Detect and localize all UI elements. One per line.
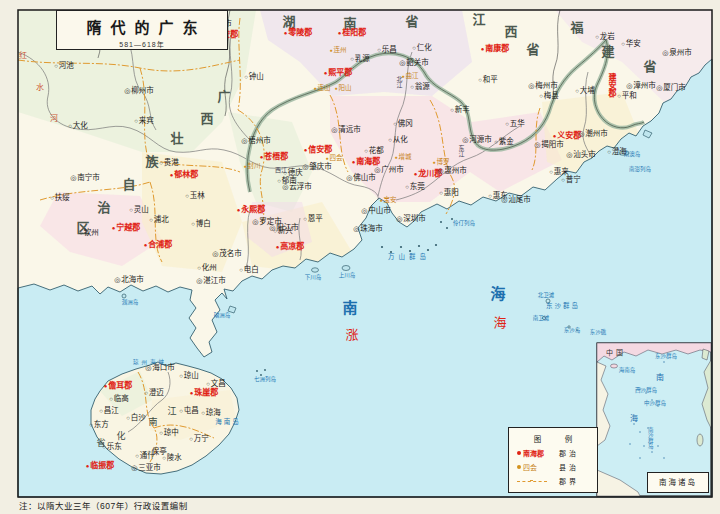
legend-label: 县治	[559, 462, 579, 472]
map-label: ●南康郡	[481, 45, 510, 53]
city-ring: ○	[561, 177, 565, 183]
city-ring: ◎	[566, 151, 572, 158]
map-label: ●信安郡	[304, 146, 333, 154]
map-label: ◎厦门市	[656, 84, 686, 92]
commandery-seat-dot: ●	[276, 244, 280, 250]
map-label: 东沙群岛	[546, 303, 580, 310]
map-label: ●儋耳郡	[104, 382, 133, 390]
map-label: 南	[148, 418, 157, 427]
map-label: ○贵港	[159, 159, 179, 167]
city-ring: ○	[159, 160, 163, 166]
city-ring: ○	[68, 123, 72, 129]
map-label: ●封川	[243, 163, 260, 170]
map-label: 海	[490, 287, 505, 302]
map-label: ●阳山	[334, 85, 351, 92]
city-ring: ○	[144, 390, 148, 396]
map-label: ◎清远市	[331, 126, 361, 134]
commandery-seat-symbol	[517, 451, 521, 455]
map-label: ●南海郡	[352, 158, 381, 166]
map-label: ○乳源	[350, 55, 370, 63]
map-label: ◎广州市	[374, 166, 404, 174]
city-ring: ○	[189, 436, 193, 442]
map-label: 东沙礁	[590, 330, 607, 336]
commandery-seat-dot: ●	[352, 159, 356, 165]
map-label: ○屯昌	[179, 407, 199, 415]
commandery-seat-dot: ●	[481, 46, 485, 52]
inset-title: 南海诸岛	[647, 472, 709, 493]
map-label: 江	[472, 13, 485, 26]
city-ring: ◎	[462, 136, 468, 143]
map-label: ○河池	[54, 62, 74, 70]
city-ring: ○	[575, 88, 579, 94]
map-label: ○惠阳	[439, 189, 459, 197]
map-label: ○佛冈	[393, 120, 413, 128]
city-ring: ○	[350, 56, 354, 62]
city-ring: ◎	[241, 137, 247, 144]
commandery-seat-dot: ●	[260, 154, 264, 160]
city-ring: ○	[79, 230, 83, 236]
map-label: 中沙群岛	[644, 401, 666, 407]
map-label: ●熙平郡	[324, 69, 353, 77]
city-ring: ○	[191, 221, 195, 227]
legend-title: 图 例	[517, 433, 597, 444]
boundary-line-symbol	[517, 481, 547, 482]
map-label: ◎漳州市	[626, 82, 656, 90]
city-ring: ○	[364, 148, 368, 154]
map-label: ◎三亚市	[131, 464, 161, 472]
map-label: ●永熙郡	[237, 206, 266, 214]
city-ring: ○	[50, 195, 54, 201]
city-ring: ○	[617, 93, 621, 99]
map-label: ●连州	[329, 47, 346, 54]
city-ring: ○	[478, 77, 482, 83]
map-label: ●苍梧郡	[260, 153, 289, 161]
map-label: ○普宁	[561, 176, 581, 184]
city-ring: ◎	[374, 166, 380, 173]
map-label: 北卫滩	[538, 293, 555, 299]
city-ring: ○	[102, 444, 106, 450]
map-label: 建安郡	[607, 73, 615, 97]
map-label: ○紫金	[494, 138, 514, 146]
legend-sample: 南海郡	[523, 448, 544, 458]
map-label: ◎中山市	[361, 207, 391, 215]
map-label: ◎肇庆市	[302, 163, 332, 171]
city-ring: ○	[135, 453, 139, 459]
city-ring: ○	[126, 415, 130, 421]
map-label: 海	[493, 316, 506, 329]
city-ring: ◎	[626, 82, 632, 89]
map-label: 治	[97, 201, 110, 214]
map-label: 省	[526, 43, 539, 56]
city-ring: ○	[405, 184, 409, 190]
commandery-seat-dot: ●	[144, 242, 148, 248]
map-label: ◎湛江市	[196, 277, 226, 285]
map-label: 涠洲岛	[122, 300, 139, 306]
city-ring: ◎	[346, 174, 352, 181]
city-ring: ○	[89, 422, 93, 428]
map-label: ○通什	[135, 452, 155, 460]
map-label: 下川岛	[305, 275, 322, 281]
map-label: 北江	[396, 76, 402, 88]
map-label: 红	[19, 52, 27, 60]
map-label: ○浦北	[149, 216, 169, 224]
map-label: ◎汕头市	[566, 151, 596, 159]
map-label: ◎梅州市	[528, 82, 558, 90]
map-label: 硇洲岛	[214, 313, 231, 319]
map-label: 七洲列岛	[254, 377, 276, 383]
city-ring: ◎	[331, 126, 337, 133]
commandery-seat-dot: ●	[112, 225, 116, 231]
map-label: 海南岛	[215, 419, 241, 426]
map-label: ◎珠海市	[353, 225, 383, 233]
map-title-years: 581—618年	[57, 39, 227, 49]
city-ring: ○	[388, 137, 392, 143]
city-ring: ◎	[399, 59, 405, 66]
map-label: ○龙岩	[595, 33, 615, 41]
map-label: 化	[116, 432, 125, 441]
map-label: ○仁化	[412, 44, 432, 52]
map-label: 西沙群岛	[635, 388, 657, 394]
map-label: 南澎列岛	[629, 167, 651, 173]
legend-box: 图 例 南海郡 郡治 四会 县治 郡界	[508, 427, 598, 493]
city-ring: ○	[505, 121, 509, 127]
map-label: ○东莞	[405, 183, 425, 191]
map-label: ●增城	[394, 154, 411, 161]
city-ring: ○	[410, 84, 414, 90]
city-ring: ○	[99, 408, 103, 414]
